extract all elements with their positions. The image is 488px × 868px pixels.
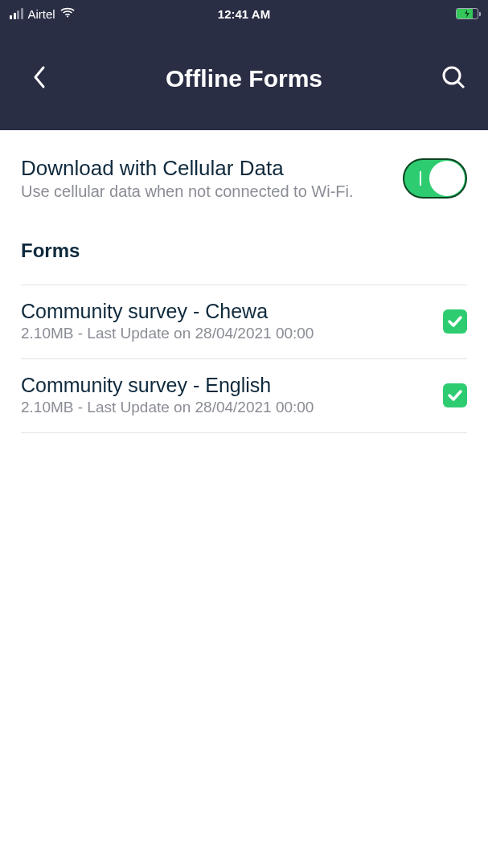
search-icon[interactable] (441, 65, 465, 92)
form-text: Community survey - English 2.10MB - Last… (21, 374, 443, 416)
wifi-icon (60, 7, 75, 21)
page-title: Offline Forms (166, 65, 322, 92)
svg-line-2 (458, 82, 464, 88)
setting-text: Download with Cellular Data Use cellular… (21, 156, 403, 201)
content: Download with Cellular Data Use cellular… (0, 130, 488, 433)
checkmark-icon[interactable] (443, 309, 467, 334)
svg-point-0 (67, 15, 68, 17)
clock: 12:41 AM (218, 7, 270, 21)
form-text: Community survey - Chewa 2.10MB - Last U… (21, 300, 443, 342)
status-right (456, 8, 478, 19)
battery-icon (456, 8, 478, 19)
cellular-title: Download with Cellular Data (21, 156, 403, 181)
forms-list: Community survey - Chewa 2.10MB - Last U… (0, 285, 488, 433)
form-meta: 2.10MB - Last Update on 28/04/2021 00:00 (21, 399, 443, 416)
signal-icon (10, 8, 23, 19)
cellular-subtitle: Use cellular data when not connected to … (21, 182, 403, 201)
form-meta: 2.10MB - Last Update on 28/04/2021 00:00 (21, 325, 443, 342)
form-name: Community survey - English (21, 374, 443, 397)
nav-bar: Offline Forms (0, 27, 488, 130)
cellular-toggle[interactable] (403, 158, 467, 199)
forms-section-header: Forms (0, 240, 488, 262)
checkmark-icon[interactable] (443, 383, 467, 407)
status-left: Airtel (10, 7, 75, 21)
form-item[interactable]: Community survey - Chewa 2.10MB - Last U… (21, 285, 467, 359)
carrier-label: Airtel (28, 7, 55, 21)
status-bar: Airtel 12:41 AM (0, 0, 488, 27)
form-item[interactable]: Community survey - English 2.10MB - Last… (21, 359, 467, 433)
form-name: Community survey - Chewa (21, 300, 443, 323)
back-icon[interactable] (32, 65, 47, 92)
cellular-data-setting: Download with Cellular Data Use cellular… (0, 156, 488, 201)
svg-point-1 (444, 68, 460, 84)
